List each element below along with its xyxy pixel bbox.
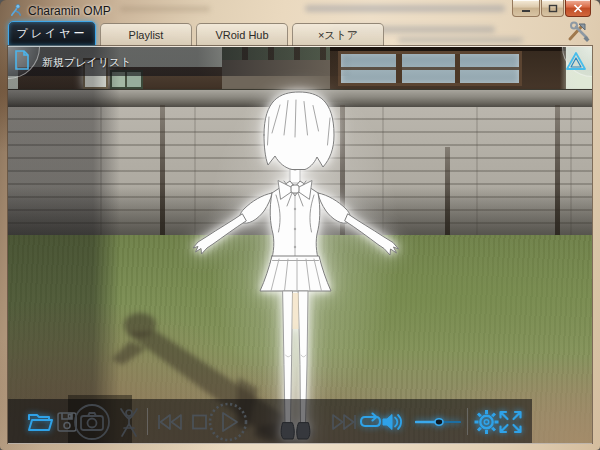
playback-toolbar	[8, 399, 532, 443]
close-button[interactable]	[565, 0, 591, 17]
scene-frosted-window	[338, 51, 522, 86]
volume-button[interactable]	[381, 412, 404, 432]
skip-forward-button[interactable]	[331, 413, 358, 431]
tab-player-label: プレイヤー	[16, 26, 87, 41]
tab-store-label: ×ストア	[318, 28, 358, 43]
tab-strip: プレイヤー Playlist VRoid Hub ×ストア	[0, 21, 600, 46]
camera-icon	[72, 402, 112, 442]
playlist-name: 新規プレイリスト	[42, 55, 132, 70]
window-controls	[511, 0, 591, 17]
camera-button[interactable]	[72, 402, 112, 442]
minimize-button[interactable]	[512, 0, 540, 17]
maximize-icon	[548, 4, 558, 13]
toolbar-separator	[147, 408, 148, 435]
viewport-3d[interactable]: 新規プレイリスト	[8, 46, 592, 443]
loop-button[interactable]	[357, 411, 384, 433]
gear-icon	[473, 408, 500, 435]
toolbar-separator	[467, 408, 468, 435]
skip-back-icon	[156, 413, 183, 431]
stop-icon	[191, 413, 208, 430]
open-file-button[interactable]	[26, 411, 54, 433]
hammer-wrench-icon[interactable]	[566, 21, 592, 44]
dance-button[interactable]	[116, 406, 142, 438]
charamin-logo-icon[interactable]	[564, 50, 588, 74]
scene-window-mullions	[341, 54, 519, 83]
tab-player[interactable]: プレイヤー	[8, 21, 96, 46]
tab-vroid-hub[interactable]: VRoid Hub	[196, 23, 288, 46]
frame-bottom-highlight	[8, 443, 592, 444]
app-icon	[9, 3, 24, 18]
tab-store[interactable]: ×ストア	[292, 23, 384, 46]
character-anime-girl	[168, 87, 428, 443]
tab-vroid-hub-label: VRoid Hub	[215, 29, 268, 41]
tab-playlist-label: Playlist	[129, 29, 164, 41]
titlebar[interactable]: Charamin OMP	[0, 0, 600, 21]
skip-back-button[interactable]	[156, 413, 183, 431]
close-icon	[573, 4, 583, 13]
play-button[interactable]	[207, 401, 249, 443]
dancer-icon	[116, 406, 142, 438]
skip-forward-icon	[331, 413, 358, 431]
play-gear-icon	[207, 401, 249, 443]
window-title: Charamin OMP	[28, 4, 111, 18]
left-panel-shade	[8, 47, 120, 443]
new-document-icon[interactable]	[14, 50, 30, 70]
volume-slider[interactable]	[415, 416, 461, 428]
app-window: Charamin OMP プレイヤー Playlist VRoid Hub ×ス…	[0, 0, 600, 450]
volume-slider-track	[415, 416, 461, 428]
stop-button[interactable]	[191, 413, 208, 430]
loop-icon	[357, 411, 384, 433]
minimize-icon	[521, 4, 531, 13]
fullscreen-button[interactable]	[498, 409, 523, 434]
speaker-icon	[381, 412, 404, 432]
settings-button[interactable]	[473, 408, 500, 435]
folder-open-icon	[26, 411, 54, 433]
tab-playlist[interactable]: Playlist	[100, 23, 192, 46]
maximize-button[interactable]	[541, 0, 564, 17]
expand-icon	[498, 409, 523, 434]
